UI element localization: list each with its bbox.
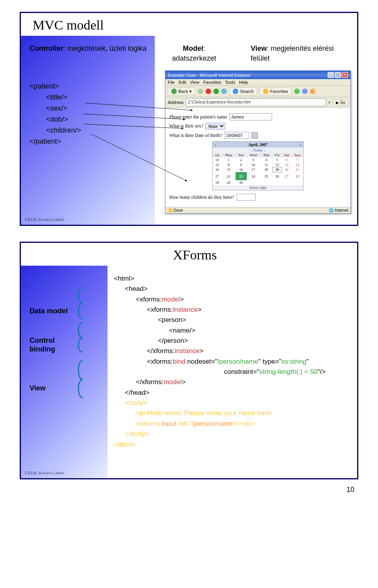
q-name-label: Please enter the patient's name [169,114,227,120]
slide1-right: Model: adatszerkezet View: megjelenítés … [155,36,357,225]
name-input[interactable] [230,113,272,120]
slide2-right: <html> <head> <xforms:model> <xforms:ins… [107,266,357,478]
stop-icon[interactable] [206,89,211,94]
search-button[interactable]: Search [229,87,257,95]
favorites-button[interactable]: Favorites [259,87,291,95]
address-dropdown-icon[interactable]: ▾ [328,100,331,105]
go-button[interactable]: ▶ Go [333,100,348,105]
back-icon [171,89,177,94]
forward-icon[interactable] [198,89,203,94]
cal-prev-icon[interactable]: ‹ [213,142,219,147]
cal-next-icon[interactable]: › [297,142,303,147]
slide2-title: XForms [21,243,357,266]
menu-tools[interactable]: Tools [225,80,235,85]
view-label-2: View [30,384,101,392]
page-number: 10 [0,483,378,498]
data-model-label: Data model [30,307,101,315]
calendar-footer: Select date [213,185,303,190]
slide-mvc: MVC modell Controller: megkötések, üzlet… [20,12,358,226]
menu-help[interactable]: Help [239,80,248,85]
minimize-button[interactable]: _ [328,72,334,78]
children-input[interactable] [237,194,256,201]
browser-content: Please enter the patient's name What is … [165,108,350,207]
credit-2: GEIAL Kovács László [25,470,64,475]
calendar-widget[interactable]: ‹April, 2007› ‹ Today › wk Mon Tue Wed T… [212,141,304,190]
slide2-left: Data model Controlbinding View GEIAL Kov… [21,266,107,478]
browser-statusbar: 🟡 Done 🌐 Internet [165,207,350,213]
maximize-button[interactable]: ▢ [335,72,341,78]
sex-select[interactable]: Male [206,123,225,129]
close-button[interactable]: × [342,72,348,78]
star-icon [263,89,269,94]
model-label: Model: adatszerkezet [161,44,227,63]
browser-window: Example Case - Microsoft Internet Explor… [165,70,351,214]
browser-titlebar: Example Case - Microsoft Internet Explor… [165,71,350,79]
q-dob-label: What is their Date of Birth? [169,133,222,139]
browser-title-text: Example Case - Microsoft Internet Explor… [168,73,250,78]
browser-menubar: File Edit View Favorites Tools Help [165,79,350,86]
menu-favorites[interactable]: Favorites [203,80,221,85]
menu-view[interactable]: View [190,80,200,85]
calendar-month: April, 2007 [248,142,267,147]
status-done: 🟡 Done [168,208,183,213]
q-sex-label: What is their sex? [169,123,203,129]
calendar-icon[interactable] [252,132,258,139]
view-label: View: megjelenítés elérési felület [251,44,351,63]
slide1-left: Controller: megkötések, üzleti logika <p… [21,36,155,225]
address-input[interactable]: Z:\Clinical Experience Recorder.htm [186,98,326,106]
control-binding-label: Controlbinding [30,337,101,353]
address-label: Address [168,100,183,105]
status-zone: 🌐 Internet [329,208,348,213]
print-icon[interactable] [310,89,315,94]
browser-toolbar: Back ▾ Search Favorites [165,86,350,97]
controller-label: Controller: megkötések, üzleti logika [30,44,148,54]
slide-xforms: XForms Data model Controlbinding View GE… [20,242,358,479]
dob-input[interactable] [224,132,249,139]
slide1-title: MVC modell [21,13,357,36]
address-bar: Address Z:\Clinical Experience Recorder.… [165,97,350,108]
back-button[interactable]: Back ▾ [168,87,195,95]
home-icon[interactable] [221,89,227,94]
search-icon [233,89,238,94]
mail-icon[interactable] [302,89,308,94]
patient-xml: <patient> <title/> <sex/> <dob/> <childr… [30,81,148,147]
history-icon[interactable] [294,89,300,94]
refresh-icon[interactable] [213,89,219,94]
credit: GEIAL Kovács László [25,217,64,222]
menu-edit[interactable]: Edit [179,80,186,85]
calendar-grid: wk Mon Tue Wed Thu Fri Sat Sun [213,153,303,185]
xforms-code: <html> <head> <xforms:model> <xforms:ins… [114,274,351,450]
menu-file[interactable]: File [168,80,175,85]
calendar-today[interactable]: ‹ Today › [251,148,265,152]
q-children-label: How many children do they have? [169,194,234,200]
